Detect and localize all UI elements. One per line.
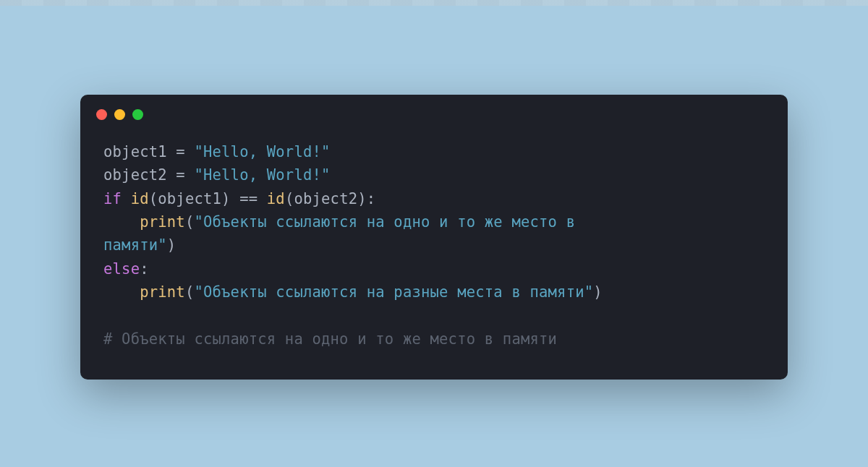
token-colon: : xyxy=(140,260,149,278)
token-operator: = xyxy=(167,166,195,184)
code-line-4: print("Объекты ссылаются на одно и то же… xyxy=(103,210,765,234)
token-operator: = xyxy=(167,143,195,160)
token-string: "Объекты ссылаются на разные места в пам… xyxy=(194,283,593,301)
token-paren: ) xyxy=(593,283,603,301)
token-function: print xyxy=(140,283,185,301)
token-variable: object2 xyxy=(103,166,167,184)
token-variable: object1 xyxy=(103,143,167,160)
token-paren: ( xyxy=(185,213,195,231)
token-indent xyxy=(103,283,140,301)
maximize-icon[interactable] xyxy=(132,109,143,120)
token-string: "Объекты ссылаются на одно и то же место… xyxy=(194,213,584,231)
token-plain: (object2): xyxy=(285,190,375,207)
token-function: print xyxy=(140,213,185,231)
token-plain: (object1) xyxy=(149,190,239,207)
token-keyword: if xyxy=(103,190,122,207)
token-function: id xyxy=(267,190,285,207)
token-plain xyxy=(122,190,131,207)
code-content: object1 = "Hello, World!" object2 = "Hel… xyxy=(80,127,788,380)
token-operator: == xyxy=(239,190,258,207)
code-line-5: памяти") xyxy=(103,234,765,257)
code-line-7: print("Объекты ссылаются на разные места… xyxy=(103,280,765,304)
code-line-2: object2 = "Hello, World!" xyxy=(103,163,765,187)
token-string: "Hello, World!" xyxy=(194,166,330,184)
token-paren: ( xyxy=(185,283,195,301)
code-blank-line xyxy=(103,304,765,327)
minimize-icon[interactable] xyxy=(114,109,125,120)
token-string: памяти" xyxy=(103,236,167,254)
close-icon[interactable] xyxy=(96,109,107,120)
token-string: "Hello, World!" xyxy=(194,143,330,160)
top-decorative-bar xyxy=(0,0,868,6)
code-window: object1 = "Hello, World!" object2 = "Hel… xyxy=(80,95,788,380)
code-line-3: if id(object1) == id(object2): xyxy=(103,187,765,210)
token-keyword: else xyxy=(103,260,140,278)
code-line-9: # Объекты ссылаются на одно и то же мест… xyxy=(103,327,765,351)
token-paren: ) xyxy=(167,236,176,254)
token-indent xyxy=(103,213,140,231)
token-comment: # Объекты ссылаются на одно и то же мест… xyxy=(103,330,557,348)
code-line-6: else: xyxy=(103,257,765,280)
window-title-bar xyxy=(80,95,788,127)
token-function: id xyxy=(131,190,149,207)
token-plain xyxy=(258,190,267,207)
code-line-1: object1 = "Hello, World!" xyxy=(103,140,765,163)
